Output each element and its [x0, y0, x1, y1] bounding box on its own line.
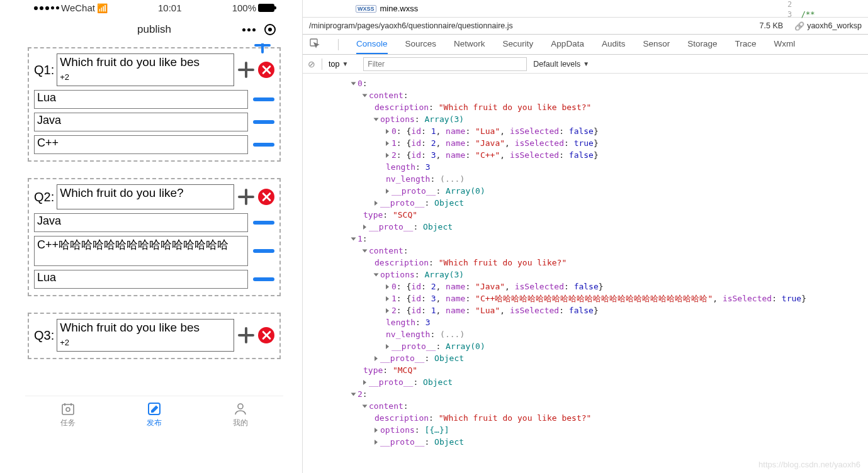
remove-option-icon[interactable] — [253, 277, 274, 281]
question-block: Q3:Which fruit do you like bes+2 — [28, 313, 281, 359]
add-question-icon[interactable] — [254, 43, 271, 53]
question-block: Q1:Which fruit do you like bes+2LuaJavaC… — [28, 47, 281, 162]
separator — [338, 39, 339, 50]
tab-network[interactable]: Network — [454, 35, 485, 54]
question-description-input[interactable]: Which fruit do you like bes+2 — [57, 319, 234, 352]
context-selector[interactable]: top — [329, 60, 339, 69]
option-input[interactable]: C++哈哈哈哈哈哈哈哈哈哈哈哈哈哈哈 — [34, 236, 248, 266]
file-tab-name[interactable]: mine.wxss — [380, 4, 419, 13]
file-type-badge: WXSS — [356, 5, 376, 13]
calendar-gear-icon — [59, 401, 77, 416]
tab-security[interactable]: Security — [503, 35, 534, 54]
wifi-icon — [97, 3, 108, 13]
add-option-icon[interactable] — [238, 327, 254, 343]
option-input[interactable]: C++ — [34, 135, 248, 154]
nav-mine[interactable]: 我的 — [232, 401, 249, 428]
option-input[interactable]: Java — [34, 113, 248, 131]
phone-frame: WeChat 10:01 100% publish Q1:Which fruit… — [25, 0, 283, 431]
remove-option-icon[interactable] — [253, 120, 274, 124]
tab-storage[interactable]: Storage — [687, 35, 717, 54]
link-icon — [794, 21, 804, 31]
question-block: Q2:Which fruit do you like?JavaC++哈哈哈哈哈哈… — [28, 178, 281, 296]
remove-option-icon[interactable] — [253, 221, 274, 225]
nav-label: 发布 — [147, 418, 162, 428]
title-right-controls — [242, 24, 276, 35]
nav-label: 任务 — [60, 418, 76, 428]
question-description-input[interactable]: Which fruit do you like? — [57, 184, 234, 209]
svg-rect-0 — [62, 404, 74, 415]
clock-label: 10:01 — [158, 3, 182, 13]
console-toolbar: ⊘ top ▼ Default levels ▼ — [303, 55, 868, 74]
signal-dot-icon — [51, 6, 54, 9]
option-input[interactable]: Java — [34, 213, 248, 232]
tab-trace[interactable]: Trace — [735, 35, 757, 54]
add-option-icon[interactable] — [238, 62, 254, 78]
status-left: WeChat — [34, 3, 108, 13]
file-size: 7.5 KB — [760, 21, 784, 30]
delete-question-icon[interactable] — [258, 189, 274, 205]
remove-option-icon[interactable] — [253, 97, 274, 101]
tab-sources[interactable]: Sources — [405, 35, 437, 54]
question-number: Q2: — [34, 190, 54, 204]
battery-icon — [258, 4, 274, 12]
watermark: https://blog.csdn.net/yaoxh6 — [758, 460, 860, 469]
nav-tasks[interactable]: 任务 — [59, 401, 77, 428]
svg-point-3 — [238, 404, 243, 409]
tab-audits[interactable]: Audits — [602, 35, 626, 54]
console-output[interactable]: 0:content:description: "Which fruit do y… — [303, 74, 868, 473]
question-description-input[interactable]: Which fruit do you like bes+2 — [57, 53, 234, 86]
tab-wxml[interactable]: Wxml — [774, 35, 796, 54]
svg-point-1 — [66, 408, 70, 411]
nav-label: 我的 — [233, 418, 248, 428]
delete-question-icon[interactable] — [258, 327, 274, 343]
signal-dot-icon — [45, 6, 49, 10]
more-menu-icon[interactable] — [242, 28, 256, 31]
delete-question-icon[interactable] — [258, 62, 274, 78]
clear-console-icon[interactable]: ⊘ — [308, 59, 315, 69]
nav-publish[interactable]: 发布 — [145, 401, 163, 428]
tab-appdata[interactable]: AppData — [551, 35, 584, 54]
question-number: Q1: — [34, 63, 54, 77]
signal-dot-icon — [40, 6, 43, 10]
edit-icon — [145, 401, 163, 416]
page-title-bar: publish — [25, 16, 283, 43]
remove-option-icon[interactable] — [253, 143, 274, 147]
workspace-name[interactable]: yaoxh6_worksp — [807, 21, 862, 30]
file-path: /miniprogram/pages/yaoxh6/questionnaire/… — [309, 21, 513, 30]
questionnaire-scroll[interactable]: Q1:Which fruit do you like bes+2LuaJavaC… — [25, 43, 283, 396]
chevron-down-icon: ▼ — [342, 60, 348, 67]
phone-simulator-column: WeChat 10:01 100% publish Q1:Which fruit… — [0, 0, 302, 473]
page-title: publish — [137, 23, 171, 36]
separator — [322, 58, 322, 70]
battery-label: 100% — [232, 3, 256, 13]
remove-option-icon[interactable] — [253, 249, 274, 253]
question-number: Q3: — [34, 328, 54, 343]
add-option-icon[interactable] — [238, 189, 254, 205]
signal-dot-icon — [34, 6, 38, 10]
signal-dot-icon — [56, 6, 59, 9]
target-icon[interactable] — [264, 24, 276, 35]
user-icon — [232, 401, 249, 416]
carrier-label: WeChat — [61, 3, 95, 13]
code-gutter: 2 3 /** — [787, 0, 814, 19]
log-levels-selector[interactable]: Default levels ▼ — [533, 60, 589, 69]
option-input[interactable]: Lua — [34, 270, 248, 289]
status-bar: WeChat 10:01 100% — [25, 0, 283, 16]
bottom-nav: 任务 发布 我的 — [25, 396, 283, 431]
tab-sensor[interactable]: Sensor — [643, 35, 670, 54]
status-right: 100% — [232, 3, 274, 13]
chevron-down-icon: ▼ — [583, 60, 589, 67]
filter-input[interactable] — [363, 57, 527, 71]
devtools-tabs: ConsoleSourcesNetworkSecurityAppDataAudi… — [303, 35, 868, 55]
option-input[interactable]: Lua — [34, 90, 248, 109]
inspect-icon[interactable] — [309, 38, 320, 50]
tab-console[interactable]: Console — [356, 35, 388, 54]
file-path-row: /miniprogram/pages/yaoxh6/questionnaire/… — [303, 18, 868, 35]
file-tab-row: WXSS mine.wxss — [303, 0, 868, 18]
devtools-column: WXSS mine.wxss 2 3 /** /miniprogram/page… — [302, 0, 868, 473]
